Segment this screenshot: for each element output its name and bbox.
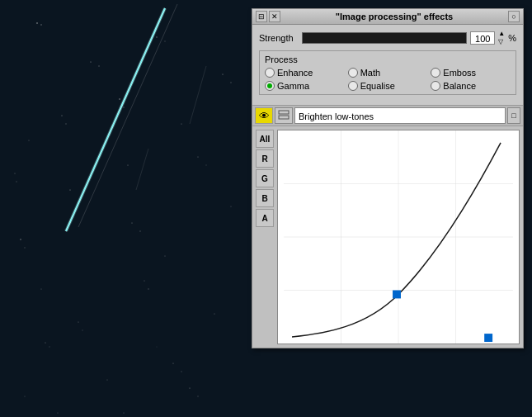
radio-emboss[interactable]: Emboss [431, 68, 511, 78]
radio-label-emboss: Emboss [443, 68, 476, 78]
svg-point-15 [40, 288, 41, 289]
svg-point-16 [165, 256, 166, 257]
radio-circle-enhance [265, 68, 275, 78]
channel-a-button[interactable]: A [256, 209, 274, 227]
svg-point-4 [197, 156, 198, 157]
svg-point-9 [119, 98, 120, 99]
svg-point-17 [106, 379, 107, 380]
radio-dot-gamma [267, 83, 272, 88]
svg-point-8 [190, 388, 191, 389]
svg-point-18 [214, 314, 215, 315]
svg-line-25 [66, 8, 165, 231]
radio-math[interactable]: Math [348, 68, 428, 78]
svg-point-21 [230, 206, 231, 206]
expand-button[interactable]: ○ [508, 11, 520, 22]
dialog-titlebar: ⊟ ✕ "Image processing" effects ○ [252, 9, 523, 25]
strength-row: Strength 100 ▲ ▽ % [259, 30, 516, 45]
strength-arrows[interactable]: ▲ ▽ [498, 30, 505, 45]
svg-point-5 [20, 239, 21, 239]
radio-gamma[interactable]: Gamma [265, 81, 345, 91]
channel-r-button[interactable]: R [256, 149, 274, 168]
toolbar-row: 👁 Brighten low-tones □ [252, 105, 523, 126]
process-legend: Process [265, 54, 511, 64]
svg-point-30 [25, 396, 26, 397]
channel-all-button[interactable]: All [256, 130, 274, 148]
control-point-2[interactable] [484, 334, 492, 342]
dialog-body: Strength 100 ▲ ▽ % Process Enhance [252, 25, 523, 105]
radio-label-gamma: Gamma [277, 81, 309, 91]
svg-point-7 [45, 342, 45, 343]
svg-point-13 [172, 363, 173, 363]
radio-circle-balance [431, 81, 440, 91]
svg-rect-35 [279, 116, 289, 119]
svg-point-12 [78, 322, 79, 323]
radio-circle-equalise [348, 81, 358, 91]
radio-balance[interactable]: Balance [431, 81, 511, 91]
strength-pct: % [508, 33, 516, 43]
radio-label-enhance: Enhance [277, 68, 313, 78]
layer-button[interactable] [275, 107, 293, 124]
svg-point-3 [62, 116, 63, 116]
svg-point-1 [90, 61, 91, 62]
svg-point-20 [29, 140, 30, 141]
svg-point-11 [222, 73, 223, 74]
curve-canvas[interactable] [277, 130, 520, 344]
curve-area: All R G B A [252, 126, 523, 348]
process-grid: Enhance Math Emboss Gamma [265, 68, 511, 91]
radio-circle-gamma [265, 81, 275, 91]
channel-g-button[interactable]: G [256, 169, 274, 187]
expand-preset-button[interactable]: □ [507, 107, 520, 124]
svg-point-19 [69, 189, 70, 190]
channel-buttons: All R G B A [256, 130, 274, 344]
svg-line-24 [66, 8, 165, 231]
strength-label: Strength [259, 33, 299, 43]
radio-enhance[interactable]: Enhance [265, 68, 345, 78]
svg-point-10 [15, 173, 16, 174]
svg-point-22 [128, 165, 129, 166]
radio-label-balance: Balance [443, 81, 476, 91]
strength-bar[interactable] [302, 32, 467, 44]
svg-line-29 [136, 149, 148, 190]
close-button[interactable]: ✕ [269, 11, 280, 22]
svg-point-33 [58, 413, 59, 414]
radio-equalise[interactable]: Equalise [348, 81, 428, 91]
arrow-down-icon[interactable]: ▽ [498, 38, 505, 45]
layer-icon [278, 110, 290, 121]
svg-point-32 [157, 347, 158, 348]
strength-value[interactable]: 100 [470, 31, 495, 45]
svg-line-27 [78, 4, 177, 227]
svg-line-26 [66, 8, 165, 231]
eye-button[interactable]: 👁 [255, 107, 273, 124]
radio-label-math: Math [360, 68, 380, 78]
svg-point-31 [123, 412, 124, 413]
strength-bar-fill [303, 33, 466, 43]
title-buttons-left: ⊟ ✕ [256, 11, 280, 22]
arrow-up-icon[interactable]: ▲ [498, 30, 505, 37]
pin-button[interactable]: ⊟ [256, 11, 267, 22]
svg-point-2 [156, 36, 157, 37]
svg-rect-34 [279, 111, 289, 114]
preset-name[interactable]: Brighten low-tones [294, 107, 506, 124]
control-point-1[interactable] [393, 291, 401, 299]
svg-point-23 [181, 123, 181, 124]
channel-b-button[interactable]: B [256, 189, 274, 207]
radio-label-equalise: Equalise [360, 81, 395, 91]
process-group: Process Enhance Math Emboss [259, 50, 516, 95]
svg-point-0 [36, 22, 38, 24]
image-processing-dialog: ⊟ ✕ "Image processing" effects ○ Strengt… [252, 8, 524, 348]
radio-circle-math [348, 68, 358, 78]
radio-circle-emboss [431, 68, 440, 78]
curve-svg [278, 130, 519, 344]
svg-line-28 [190, 66, 206, 124]
svg-point-14 [132, 223, 133, 224]
dialog-title: "Image processing" effects [280, 12, 508, 21]
svg-point-6 [144, 281, 145, 282]
